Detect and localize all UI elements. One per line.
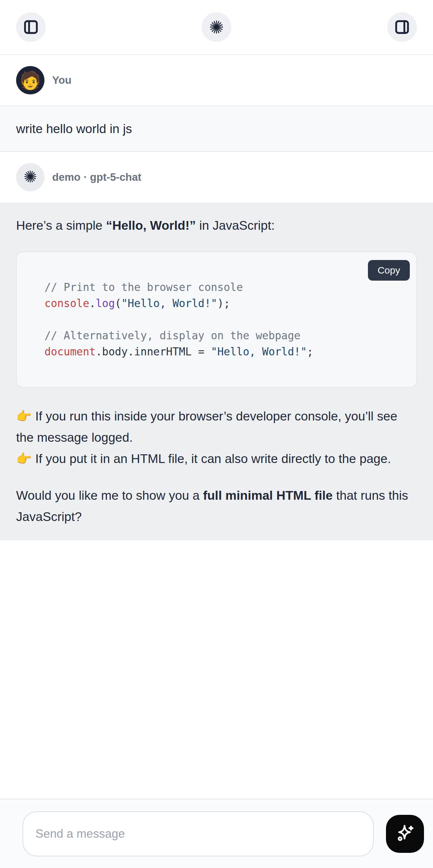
assistant-message-header: demo · gpt-5-chat bbox=[0, 152, 433, 203]
chat-empty-space bbox=[0, 540, 433, 799]
panel-left-icon bbox=[23, 19, 39, 35]
send-button[interactable] bbox=[386, 815, 424, 853]
starburst-icon bbox=[24, 170, 37, 185]
intro-paragraph: Here’s a simple “Hello, World!” in JavaS… bbox=[16, 215, 417, 236]
tips-paragraph: 👉 If you run this inside your browser’s … bbox=[16, 406, 417, 469]
user-message-text: write hello world in js bbox=[16, 122, 132, 136]
brand-button[interactable] bbox=[202, 12, 231, 42]
right-panel-toggle-button[interactable] bbox=[387, 12, 417, 42]
followup-paragraph: Would you like me to show you a full min… bbox=[16, 485, 417, 527]
assistant-message-body: Here’s a simple “Hello, World!” in JavaS… bbox=[0, 203, 433, 540]
user-sender-label: You bbox=[52, 74, 71, 86]
user-message-bubble: write hello world in js bbox=[0, 106, 433, 152]
sparkle-icon bbox=[395, 823, 415, 844]
starburst-icon bbox=[209, 20, 224, 34]
topbar bbox=[0, 0, 433, 55]
copy-button[interactable]: Copy bbox=[368, 260, 410, 281]
code-block: Copy // Print to the browser consolecons… bbox=[16, 252, 417, 388]
panel-right-icon bbox=[394, 19, 410, 35]
composer bbox=[0, 799, 433, 868]
user-message-header: 🧑 You bbox=[0, 55, 433, 106]
chat-area: 🧑 You write hello world in js bbox=[0, 55, 433, 799]
chat-app: 🧑 You write hello world in js bbox=[0, 0, 433, 868]
user-avatar: 🧑 bbox=[16, 66, 44, 94]
user-avatar-emoji: 🧑 bbox=[19, 71, 41, 89]
code-content: // Print to the browser consoleconsole.l… bbox=[44, 279, 401, 360]
message-input[interactable] bbox=[23, 811, 374, 857]
sidebar-toggle-button[interactable] bbox=[16, 12, 46, 42]
assistant-avatar bbox=[16, 163, 44, 191]
assistant-sender-label: demo · gpt-5-chat bbox=[52, 171, 142, 183]
